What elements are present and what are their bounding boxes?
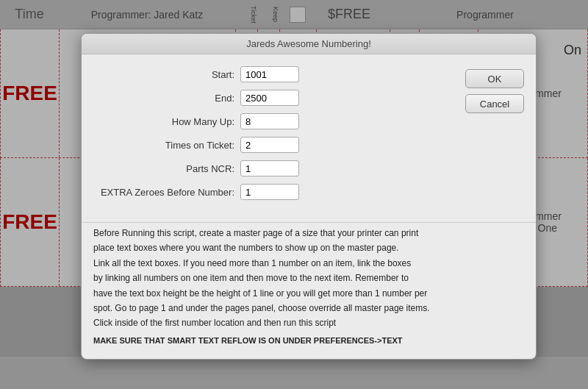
dialog-title: Jareds Awesome Numbering! [246,38,371,49]
dialog-form: Start: End: How Many Up: Times on Ticket… [93,66,456,207]
desc-line1: Before Running this script, create a mas… [93,226,524,240]
form-row-times-on-ticket: Times on Ticket: [93,137,456,153]
end-input[interactable] [240,90,299,106]
form-row-extra-zeroes: EXTRA Zeroes Before Number: [93,184,456,200]
dialog-titlebar: Jareds Awesome Numbering! [82,34,536,54]
form-row-parts-ncr: Parts NCR: [93,160,456,176]
end-label: End: [93,93,240,104]
times-on-ticket-input[interactable] [240,137,299,153]
ok-button[interactable]: OK [465,69,524,88]
dialog-description: Before Running this script, create a mas… [82,222,536,359]
how-many-up-label: How Many Up: [93,116,240,127]
desc-line3: Link all the text boxes. If you need mor… [93,256,524,271]
desc-line6: spot. Go to page 1 and under the pages p… [93,301,524,315]
desc-line4: by linking all numbers on one item and t… [93,271,524,285]
dialog-buttons: OK Cancel [465,66,524,207]
form-row-start: Start: [93,66,456,82]
extra-zeroes-input[interactable] [240,184,299,200]
parts-ncr-input[interactable] [240,160,299,176]
form-row-end: End: [93,90,456,106]
desc-line2: place text boxes where you want the numb… [93,240,524,255]
desc-line5: have the text box height be the height o… [93,286,524,301]
form-row-how-many-up: How Many Up: [93,113,456,129]
desc-line7: Click inside of the first number locatio… [93,315,524,330]
how-many-up-input[interactable] [240,113,299,129]
start-input[interactable] [240,66,299,82]
parts-ncr-label: Parts NCR: [93,163,240,174]
cancel-button[interactable]: Cancel [465,94,524,113]
dialog-body: Start: End: How Many Up: Times on Ticket… [82,54,536,219]
start-label: Start: [93,69,240,80]
desc-warning: MAKE SURE THAT SMART TEXT REFLOW IS ON U… [93,334,524,348]
extra-zeroes-label: EXTRA Zeroes Before Number: [93,187,240,198]
dialog: Jareds Awesome Numbering! Start: End: Ho… [81,33,537,360]
times-on-ticket-label: Times on Ticket: [93,140,240,151]
